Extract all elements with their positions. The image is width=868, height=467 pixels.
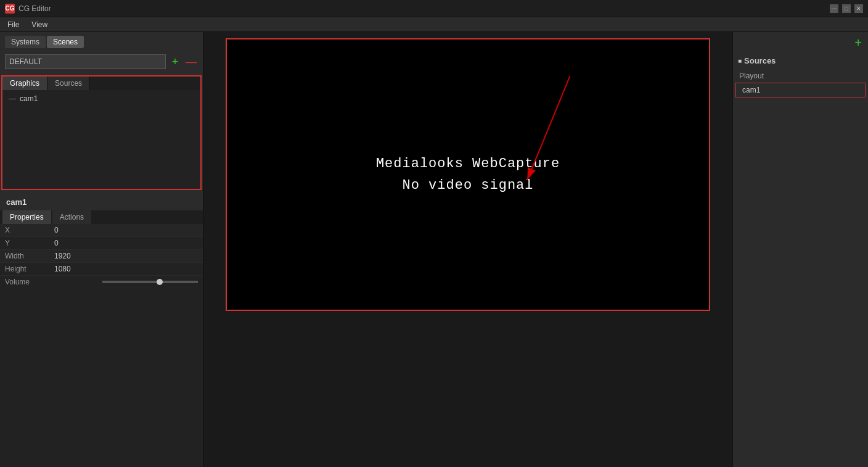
preview-line1: Medialooks WebCapture bbox=[376, 156, 560, 172]
gs-item-cam1[interactable]: — cam1 bbox=[5, 93, 198, 105]
main-layout: Systems Scenes DEFAULT + — Graphics Sour… bbox=[0, 32, 868, 467]
prop-label-width: Width bbox=[5, 252, 54, 260]
prop-label-height: Height bbox=[5, 265, 54, 273]
graphics-sources-panel: Graphics Sources — cam1 bbox=[1, 75, 202, 190]
selected-item-name: cam1 bbox=[0, 194, 203, 210]
volume-slider[interactable] bbox=[102, 281, 198, 283]
tab-graphics[interactable]: Graphics bbox=[2, 76, 47, 90]
titlebar: CG CG Editor — □ ✕ bbox=[0, 0, 868, 17]
properties-table: X 0 Y 0 Width 1920 Height 1080 Volume bbox=[0, 224, 203, 467]
property-row-y: Y 0 bbox=[0, 237, 203, 250]
right-playout-item[interactable]: Playout bbox=[733, 69, 868, 83]
tab-actions[interactable]: Actions bbox=[52, 210, 91, 224]
menubar: File View bbox=[0, 17, 868, 32]
volume-slider-thumb[interactable] bbox=[157, 279, 163, 285]
tab-sources[interactable]: Sources bbox=[47, 76, 90, 90]
minimize-button[interactable]: — bbox=[830, 4, 838, 13]
scenes-content: DEFAULT + — bbox=[0, 52, 203, 75]
center-area: Medialooks WebCapture No video signal bbox=[203, 32, 732, 467]
tab-systems[interactable]: Systems bbox=[5, 36, 46, 48]
prop-label-x: X bbox=[5, 226, 54, 234]
remove-scene-button[interactable]: — bbox=[184, 55, 198, 68]
app-icon: CG bbox=[5, 4, 15, 14]
app-title: CG Editor bbox=[18, 4, 830, 13]
preview-text: Medialooks WebCapture No video signal bbox=[376, 153, 560, 196]
tab-properties[interactable]: Properties bbox=[2, 210, 51, 224]
add-source-button[interactable]: + bbox=[854, 36, 862, 50]
sources-label: Sources bbox=[744, 56, 776, 65]
right-sources-header: ■ Sources bbox=[733, 54, 868, 69]
preview-line2: No video signal bbox=[402, 178, 533, 193]
right-cam1-item[interactable]: cam1 bbox=[735, 83, 866, 97]
preview-container: Medialooks WebCapture No video signal bbox=[226, 38, 710, 311]
scene-selector: DEFAULT + — bbox=[5, 54, 198, 69]
right-panel-top: + bbox=[733, 32, 868, 54]
property-row-volume: Volume bbox=[0, 276, 203, 288]
gs-tabs: Graphics Sources bbox=[2, 76, 200, 90]
right-panel: + ■ Sources Playout cam1 bbox=[732, 32, 868, 467]
prop-label-volume: Volume bbox=[5, 278, 53, 286]
prop-label-y: Y bbox=[5, 239, 54, 247]
top-tabs: Systems Scenes bbox=[0, 32, 203, 52]
property-row-x: X 0 bbox=[0, 224, 203, 237]
maximize-button[interactable]: □ bbox=[842, 4, 851, 13]
scene-dropdown[interactable]: DEFAULT bbox=[5, 54, 166, 69]
dash-icon: — bbox=[9, 94, 16, 103]
menu-view[interactable]: View bbox=[29, 19, 50, 30]
left-panel: Systems Scenes DEFAULT + — Graphics Sour… bbox=[0, 32, 203, 467]
property-row-width: Width 1920 bbox=[0, 250, 203, 263]
sources-icon: ■ bbox=[738, 57, 742, 64]
add-scene-button[interactable]: + bbox=[168, 55, 182, 68]
prop-value-height: 1080 bbox=[54, 265, 71, 273]
gs-item-cam1-label: cam1 bbox=[20, 94, 38, 103]
gs-content: — cam1 bbox=[2, 90, 200, 189]
menu-file[interactable]: File bbox=[5, 19, 22, 30]
prop-value-x: 0 bbox=[54, 226, 59, 234]
property-tabs: Properties Actions bbox=[0, 210, 203, 224]
window-controls[interactable]: — □ ✕ bbox=[830, 4, 863, 13]
tab-scenes[interactable]: Scenes bbox=[47, 36, 84, 48]
property-row-height: Height 1080 bbox=[0, 263, 203, 276]
prop-value-width: 1920 bbox=[54, 252, 71, 260]
prop-value-y: 0 bbox=[54, 239, 59, 247]
close-button[interactable]: ✕ bbox=[854, 4, 863, 13]
